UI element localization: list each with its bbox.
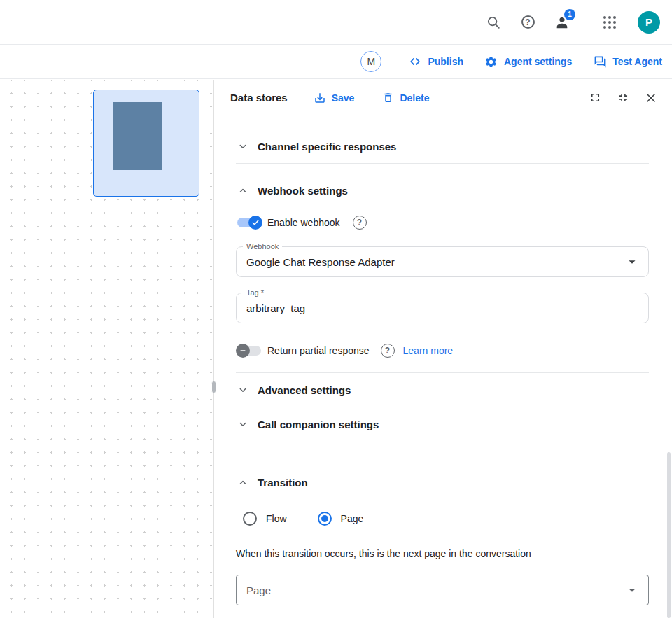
delete-label: Delete [400, 92, 429, 104]
chevron-up-icon [236, 183, 250, 197]
partial-response-row: Return partial response ? Learn more [236, 339, 649, 363]
transition-target-radios: Flow Page [236, 506, 649, 531]
help-icon[interactable]: ? [519, 14, 536, 31]
notifications-person-icon[interactable]: 1 [554, 14, 570, 31]
dropdown-caret-icon [624, 582, 640, 598]
flow-radio-label: Flow [266, 513, 287, 524]
section-title: Channel specific responses [258, 141, 396, 153]
section-call-companion-settings[interactable]: Call companion settings [236, 407, 649, 441]
publish-button[interactable]: Publish [408, 55, 463, 69]
webhook-field-value: Google Chat Response Adapter [246, 256, 624, 268]
close-icon[interactable] [644, 91, 658, 105]
section-advanced-settings[interactable]: Advanced settings [236, 373, 649, 407]
data-stores-panel: Data stores Save Delete [215, 80, 672, 618]
toggle-knob [236, 344, 250, 358]
panel-header: Data stores Save Delete [215, 80, 672, 115]
section-webhook-settings[interactable]: Webhook settings [236, 174, 649, 207]
fullscreen-icon[interactable] [588, 91, 602, 105]
tag-field[interactable]: Tag * [236, 293, 649, 323]
search-icon[interactable] [485, 14, 502, 31]
page-select[interactable]: Page [236, 575, 649, 605]
panel-window-controls [588, 91, 658, 105]
divider [236, 163, 649, 164]
help-circle-icon[interactable]: ? [381, 344, 395, 358]
webhook-select[interactable]: Webhook Google Chat Response Adapter [236, 246, 649, 277]
tag-field-label: Tag * [243, 288, 267, 297]
question-mark-glyph: ? [522, 15, 535, 29]
toggle-knob [248, 216, 262, 230]
notification-badge: 1 [564, 9, 575, 20]
learn-more-link[interactable]: Learn more [403, 345, 454, 356]
partial-response-label: Return partial response [267, 345, 370, 356]
panel-resize-handle[interactable] [211, 381, 216, 393]
test-agent-label: Test Agent [612, 56, 662, 67]
enable-webhook-label: Enable webhook [267, 217, 340, 228]
chevron-up-icon [236, 475, 250, 489]
chevron-down-icon [236, 139, 250, 153]
page-radio-label: Page [341, 513, 364, 524]
section-channel-specific-responses[interactable]: Channel specific responses [236, 129, 649, 163]
flow-node-preview [113, 102, 162, 170]
section-title: Webhook settings [258, 185, 348, 197]
enable-webhook-row: Enable webhook ? [236, 211, 649, 234]
top-app-bar: ? 1 P [0, 0, 672, 45]
section-title: Call companion settings [258, 419, 379, 430]
chevron-down-icon [236, 383, 250, 397]
page-radio[interactable]: Page [318, 512, 364, 526]
publish-label: Publish [428, 56, 463, 67]
save-icon [313, 91, 327, 105]
flow-node[interactable] [93, 90, 200, 197]
enable-webhook-toggle[interactable] [236, 216, 262, 230]
panel-body: Channel specific responses Webhook setti… [215, 115, 672, 618]
chevron-down-icon [236, 417, 250, 431]
radio-circle [243, 512, 257, 526]
agent-settings-button[interactable]: Agent settings [484, 55, 572, 69]
save-button[interactable]: Save [313, 91, 355, 105]
fullscreen-exit-icon[interactable] [616, 91, 630, 105]
save-label: Save [332, 92, 355, 104]
agent-toolbar: M Publish Agent settings Test Agent [0, 45, 672, 79]
agent-settings-label: Agent settings [504, 56, 572, 67]
section-transition[interactable]: Transition [236, 465, 649, 499]
dropdown-caret-icon [624, 254, 640, 269]
partial-response-toggle[interactable] [236, 344, 262, 358]
scrollbar-thumb[interactable] [667, 452, 671, 618]
page-select-placeholder: Page [246, 584, 624, 596]
tag-input[interactable] [246, 302, 640, 314]
help-circle-icon[interactable]: ? [353, 216, 367, 230]
transition-description: When this transition occurs, this is the… [236, 547, 649, 561]
radio-circle-selected [318, 512, 332, 526]
divider [236, 458, 649, 458]
test-agent-button[interactable]: Test Agent [593, 55, 662, 69]
section-title: Advanced settings [258, 384, 351, 396]
apps-grid-icon[interactable] [588, 14, 616, 31]
flow-radio[interactable]: Flow [243, 512, 287, 526]
account-avatar[interactable]: P [638, 11, 660, 34]
gear-icon [484, 55, 498, 69]
webhook-field-label: Webhook [243, 242, 282, 251]
flow-canvas[interactable] [0, 80, 214, 618]
collaborator-avatar[interactable]: M [360, 51, 382, 72]
apps-grid-dots [603, 16, 616, 29]
chat-icon [593, 55, 607, 69]
delete-button[interactable]: Delete [381, 91, 429, 105]
section-title: Transition [258, 477, 308, 489]
trash-icon [381, 91, 395, 105]
panel-title: Data stores [230, 92, 288, 104]
code-icon [408, 55, 422, 69]
